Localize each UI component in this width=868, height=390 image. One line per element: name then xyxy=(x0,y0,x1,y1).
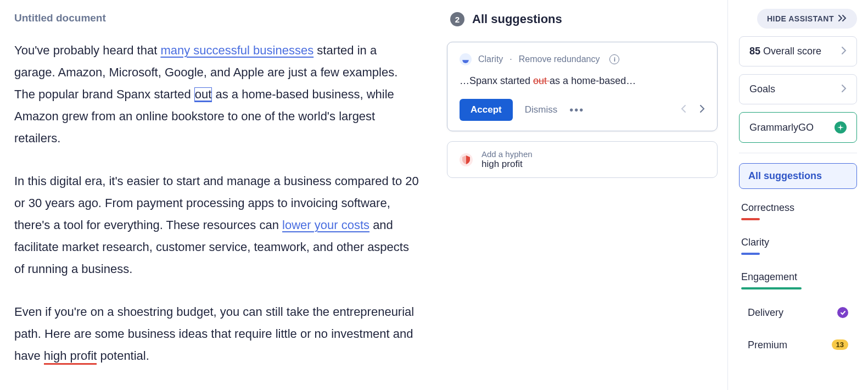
chevron-right-icon xyxy=(842,83,847,95)
clarity-bar xyxy=(741,253,760,255)
suggestion-category: Clarity xyxy=(478,54,503,64)
score-label: Overall score xyxy=(760,46,821,57)
filter-label: Premium xyxy=(748,339,787,350)
highlight-out[interactable]: out xyxy=(194,87,212,102)
filter-correctness[interactable]: Correctness xyxy=(739,197,857,224)
editor-pane: Untitled document You've probably heard … xyxy=(0,0,434,390)
check-circle-icon xyxy=(837,307,848,318)
filter-premium[interactable]: Premium 13 xyxy=(739,333,857,358)
suggestion-rule: Remove redundancy xyxy=(519,54,600,64)
link-successful-businesses[interactable]: many successful businesses xyxy=(160,43,313,57)
accept-button[interactable]: Accept xyxy=(460,99,513,121)
score-text: 85 Overall score xyxy=(749,46,821,57)
premium-count-badge: 13 xyxy=(832,339,848,350)
score-value: 85 xyxy=(749,46,760,57)
filter-label: Correctness xyxy=(741,202,794,213)
next-suggestion-icon[interactable] xyxy=(699,105,705,115)
grammarlygo-label: GrammarlyGO xyxy=(749,122,814,133)
text: potential. xyxy=(97,349,149,363)
paragraph-3[interactable]: Even if you're on a shoestring budget, y… xyxy=(14,301,419,367)
divider xyxy=(739,153,857,153)
filter-all-suggestions[interactable]: All suggestions xyxy=(739,163,857,189)
dismiss-button[interactable]: Dismiss xyxy=(525,104,558,115)
chevron-right-icon xyxy=(842,46,847,57)
text: You've probably heard that xyxy=(14,43,160,57)
dot-separator: · xyxy=(509,54,512,64)
snippet-strike: out xyxy=(533,75,550,86)
hide-assistant-button[interactable]: HIDE ASSISTANT xyxy=(757,9,857,29)
correctness-bar xyxy=(741,218,760,220)
sparkle-icon xyxy=(835,121,847,133)
collapsed-content: Add a hyphen high profit xyxy=(481,149,533,170)
link-lower-costs[interactable]: lower your costs xyxy=(282,218,369,232)
filter-clarity[interactable]: Clarity xyxy=(739,231,857,258)
suggestions-title: All suggestions xyxy=(472,12,562,26)
chevron-double-right-icon xyxy=(838,14,847,23)
suggestion-count-badge: 2 xyxy=(450,12,464,26)
collapsed-term: high profit xyxy=(481,159,533,170)
prev-suggestion-icon[interactable] xyxy=(681,105,686,115)
filter-label: Clarity xyxy=(741,237,769,248)
clarity-icon xyxy=(460,53,472,65)
suggestion-card-clarity[interactable]: Clarity · Remove redundancy i …Spanx sta… xyxy=(447,42,718,131)
snippet-before: …Spanx started xyxy=(460,75,533,86)
filter-label: Delivery xyxy=(748,307,783,318)
highlight-high-profit[interactable]: high profit xyxy=(44,349,97,365)
card-actions: Accept Dismiss ••• xyxy=(460,99,705,121)
goals-label: Goals xyxy=(749,83,775,95)
grammarlygo-card[interactable]: GrammarlyGO xyxy=(739,112,857,143)
filter-engagement[interactable]: Engagement xyxy=(739,266,857,293)
assistant-sidebar: HIDE ASSISTANT 85 Overall score Goals Gr… xyxy=(727,0,868,390)
suggestion-snippet: …Spanx started out as a home-based… xyxy=(460,75,705,87)
document-title[interactable]: Untitled document xyxy=(14,12,419,24)
engagement-bar xyxy=(741,287,802,289)
suggestions-pane: 2 All suggestions Clarity · Remove redun… xyxy=(434,0,727,390)
document-body[interactable]: You've probably heard that many successf… xyxy=(14,40,419,367)
hide-label: HIDE ASSISTANT xyxy=(767,14,834,23)
card-nav xyxy=(681,105,705,115)
filter-delivery[interactable]: Delivery xyxy=(739,300,857,325)
more-options-icon[interactable]: ••• xyxy=(569,104,584,116)
overall-score-card[interactable]: 85 Overall score xyxy=(739,36,857,66)
paragraph-2[interactable]: In this digital era, it's easier to star… xyxy=(14,170,419,280)
suggestion-card-hyphen[interactable]: Add a hyphen high profit xyxy=(447,141,718,178)
goals-card[interactable]: Goals xyxy=(739,74,857,104)
snippet-after: as a home-based… xyxy=(550,75,636,86)
filter-label: Engagement xyxy=(741,271,797,282)
collapsed-label: Add a hyphen xyxy=(481,149,533,159)
suggestions-header: 2 All suggestions xyxy=(447,12,718,26)
paragraph-1[interactable]: You've probably heard that many successf… xyxy=(14,40,419,149)
info-icon[interactable]: i xyxy=(609,54,619,64)
correctness-icon xyxy=(460,153,473,166)
suggestion-meta: Clarity · Remove redundancy i xyxy=(460,53,705,65)
